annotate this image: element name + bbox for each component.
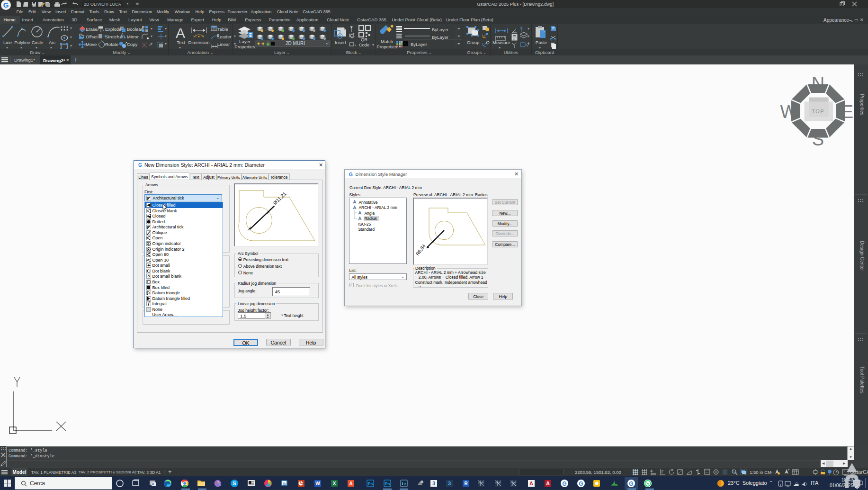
svg-text:X: X <box>333 481 336 486</box>
svg-text:Ps: Ps <box>385 481 390 486</box>
svg-text:G: G <box>562 481 566 487</box>
svg-text:A: A <box>349 481 352 486</box>
svg-text:G: G <box>138 163 142 167</box>
svg-text:3: 3 <box>448 481 451 486</box>
svg-text:A: A <box>529 481 533 486</box>
svg-text:S: S <box>233 481 236 486</box>
svg-text:G: G <box>349 172 353 177</box>
svg-text:G: G <box>579 481 583 487</box>
svg-text:Lr: Lr <box>402 481 406 486</box>
svg-text:Ps: Ps <box>367 481 373 486</box>
svg-text:R8,84: R8,84 <box>414 243 426 256</box>
svg-text:G: G <box>629 481 633 487</box>
svg-text:A: A <box>546 481 550 486</box>
svg-text:Ø11,21: Ø11,21 <box>272 191 287 206</box>
svg-text:G: G <box>3 1 9 9</box>
svg-text:W: W <box>315 481 320 486</box>
svg-text:TOP: TOP <box>812 109 824 114</box>
svg-text:3: 3 <box>432 481 435 486</box>
svg-text:A: A <box>176 25 185 41</box>
svg-text:R: R <box>464 481 468 486</box>
